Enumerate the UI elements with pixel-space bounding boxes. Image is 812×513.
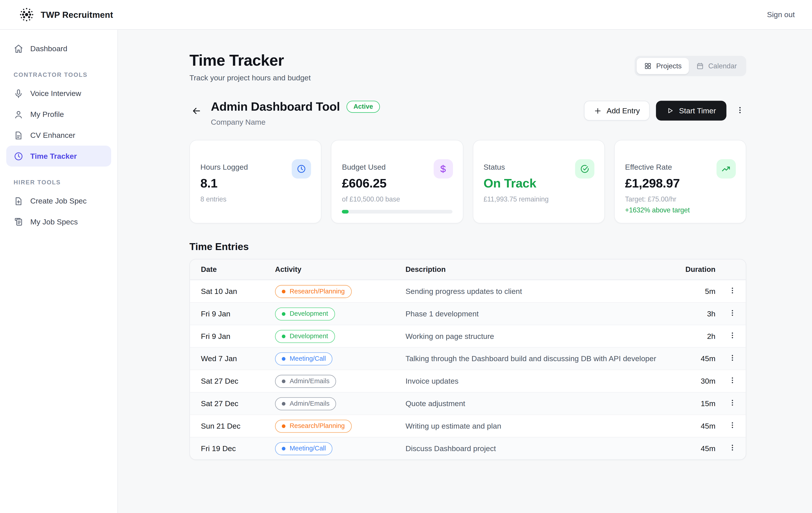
row-menu-button[interactable] xyxy=(724,397,741,410)
entry-duration: 3h xyxy=(676,310,716,318)
kebab-menu-icon xyxy=(728,444,736,452)
microphone-icon xyxy=(13,88,24,98)
activity-badge: Research/Planning xyxy=(275,420,352,433)
activity-badge: Admin/Emails xyxy=(275,397,336,410)
row-menu-button[interactable] xyxy=(724,352,741,365)
clock-icon xyxy=(13,151,24,161)
entry-description: Writing up estimate and plan xyxy=(406,422,676,430)
entry-description: Discuss Dashboard project xyxy=(406,444,676,453)
entry-description: Working on page structure xyxy=(406,332,676,340)
check-circle-icon xyxy=(580,164,590,174)
sidebar-item-label: Time Tracker xyxy=(30,152,77,160)
hours-logged-value: 8.1 xyxy=(200,176,311,191)
kebab-menu-icon xyxy=(728,309,736,317)
row-menu-button[interactable] xyxy=(724,441,741,455)
entry-duration: 45m xyxy=(676,444,716,453)
start-timer-button[interactable]: Start Timer xyxy=(656,101,726,120)
arrow-left-icon xyxy=(192,106,201,116)
project-company: Company Name xyxy=(211,118,380,126)
table-row: Sun 21 Dec Research/Planning Writing up … xyxy=(190,415,746,437)
back-button[interactable] xyxy=(190,104,203,120)
grid-icon xyxy=(644,62,652,70)
brand: TWP Recruitment xyxy=(18,6,113,24)
column-header-date: Date xyxy=(201,265,275,274)
entry-date: Wed 7 Jan xyxy=(201,354,275,363)
sidebar-section-hirer-tools: HIRER TOOLS xyxy=(6,179,111,185)
sidebar-section-contractor-tools: CONTRACTOR TOOLS xyxy=(6,72,111,78)
badge-dot xyxy=(282,379,285,383)
add-entry-button[interactable]: Add Entry xyxy=(584,101,650,120)
view-toggle: Projects Calendar xyxy=(635,56,746,76)
budget-progress-fill xyxy=(342,210,348,213)
row-menu-button[interactable] xyxy=(724,374,741,388)
project-status-badge: Active xyxy=(347,101,380,113)
entry-duration: 15m xyxy=(676,399,716,408)
sidebar-item-create-job-spec[interactable]: Create Job Spec xyxy=(6,191,111,211)
row-menu-button[interactable] xyxy=(724,329,741,343)
brand-name: TWP Recruitment xyxy=(41,9,113,20)
entry-description: Phase 1 development xyxy=(406,310,676,318)
budget-remaining: £11,993.75 remaining xyxy=(484,195,593,203)
tab-projects[interactable]: Projects xyxy=(637,58,689,74)
sidebar-item-my-profile[interactable]: My Profile xyxy=(6,104,111,125)
status-card: Status On Track £11,993.75 remaining xyxy=(472,140,605,223)
activity-badge: Development xyxy=(275,307,335,320)
table-row: Wed 7 Jan Meeting/Call Talking through t… xyxy=(190,347,746,370)
budget-base: of £10,500.00 base xyxy=(342,195,452,203)
entry-description: Invoice updates xyxy=(406,377,676,386)
row-menu-button[interactable] xyxy=(724,419,741,433)
entry-duration: 5m xyxy=(676,287,716,295)
entry-duration: 2h xyxy=(676,332,716,340)
entry-date: Fri 9 Jan xyxy=(201,332,275,340)
trending-up-icon xyxy=(721,164,731,174)
entry-date: Sat 27 Dec xyxy=(201,377,275,386)
entry-date: Fri 19 Dec xyxy=(201,444,275,453)
project-menu-button[interactable] xyxy=(734,103,746,119)
sidebar-item-voice-interview[interactable]: Voice Interview xyxy=(6,83,111,104)
hours-logged-card: Hours Logged 8.1 8 entries xyxy=(190,140,322,223)
row-menu-button[interactable] xyxy=(724,285,741,298)
effective-rate-card: Effective Rate £1,298.97 Target: £75.00/… xyxy=(614,140,746,223)
plus-icon xyxy=(594,107,602,114)
activity-badge: Meeting/Call xyxy=(275,352,333,365)
budget-used-value: £606.25 xyxy=(342,176,452,191)
entry-duration: 45m xyxy=(676,422,716,430)
rate-target: Target: £75.00/hr xyxy=(625,195,735,203)
effective-rate-value: £1,298.97 xyxy=(625,176,735,191)
entry-date: Sun 21 Dec xyxy=(201,422,275,430)
sidebar-item-cv-enhancer[interactable]: CV Enhancer xyxy=(6,125,111,146)
page-title: Time Tracker xyxy=(190,52,311,69)
table-row: Sat 10 Jan Research/Planning Sending pro… xyxy=(190,280,746,302)
page-header: Time Tracker Track your project hours an… xyxy=(190,52,746,82)
column-header-activity: Activity xyxy=(275,265,406,274)
sidebar-item-my-job-specs[interactable]: My Job Specs xyxy=(6,211,111,232)
sign-out-button[interactable]: Sign out xyxy=(767,10,795,19)
brand-logo-icon xyxy=(18,6,36,24)
badge-dot xyxy=(282,312,285,315)
kebab-menu-icon xyxy=(728,376,736,384)
time-entries-title: Time Entries xyxy=(190,241,746,253)
badge-dot xyxy=(282,357,285,360)
user-icon xyxy=(13,109,24,119)
entry-date: Sat 10 Jan xyxy=(201,287,275,295)
tab-calendar[interactable]: Calendar xyxy=(689,58,744,74)
kebab-menu-icon xyxy=(736,106,744,114)
badge-dot xyxy=(282,447,285,450)
kebab-menu-icon xyxy=(728,354,736,362)
hours-entries-count: 8 entries xyxy=(200,195,311,203)
sidebar-item-dashboard[interactable]: Dashboard xyxy=(6,38,111,59)
app-window: TWP Recruitment Sign out Dashboard CONTR… xyxy=(0,0,812,513)
row-menu-button[interactable] xyxy=(724,307,741,321)
activity-badge: Meeting/Call xyxy=(275,442,333,455)
sidebar-item-label: Dashboard xyxy=(30,44,67,53)
document-plus-icon xyxy=(13,196,24,206)
budget-used-card: $ Budget Used £606.25 of £10,500.00 base xyxy=(331,140,463,223)
project-header: Admin Dashboard Tool Active Company Name… xyxy=(190,100,746,126)
sidebar-item-label: Voice Interview xyxy=(30,89,81,98)
entry-duration: 45m xyxy=(676,354,716,363)
clipboard-icon xyxy=(13,217,24,227)
status-value: On Track xyxy=(484,176,593,191)
sidebar-item-time-tracker[interactable]: Time Tracker xyxy=(6,146,111,167)
page-subtitle: Track your project hours and budget xyxy=(190,74,311,82)
badge-dot xyxy=(282,289,285,293)
